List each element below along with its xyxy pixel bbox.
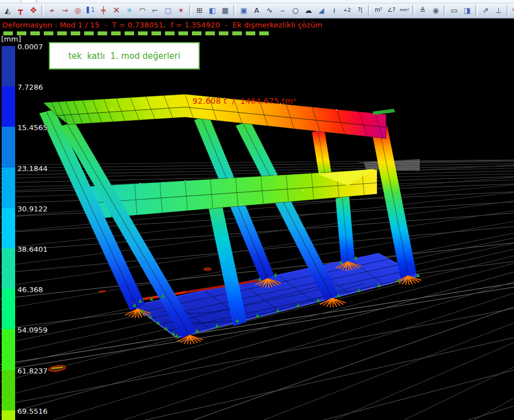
annotation-text: tek katlı 1. mod değerleri [68, 51, 180, 61]
magic-wand-icon[interactable]: ✶ [175, 4, 187, 16]
delete-icon[interactable]: × [110, 4, 123, 16]
toolbar-separator [444, 5, 446, 15]
circle-icon[interactable]: ○ [289, 4, 302, 16]
column-insert-icon[interactable]: ┳ [14, 4, 27, 16]
export-view-icon[interactable]: ⇗ [479, 4, 492, 16]
colorbar-segment [2, 127, 15, 167]
toolbar-separator [189, 5, 191, 15]
colorbar-segment [2, 248, 15, 289]
axes-icon[interactable]: ⊥ [492, 4, 505, 16]
toolbar-separator [475, 5, 478, 15]
toolbar-notch [21, 0, 36, 3]
colorbar-label: 54.0959 [17, 326, 48, 334]
trim-icon[interactable]: ≁ [45, 4, 58, 16]
toolbar-separator [507, 5, 509, 15]
region-icon[interactable]: ◎ [71, 4, 84, 16]
main-toolbar: ◭┳✥≁⊸◎▌1╪×✳◠⌐▢✶⊞◧▦▣A∿⌢○☁◢≀+2?|m²∠?mm²≜◉▭… [0, 0, 514, 19]
colorbar-segments [2, 46, 15, 420]
query-dim-icon[interactable]: ?| [354, 4, 366, 16]
app-window: ◭┳✥≁⊸◎▌1╪×✳◠⌐▢✶⊞◧▦▣A∿⌢○☁◢≀+2?|m²∠?mm²≜◉▭… [0, 0, 514, 420]
colorbar-label: 23.1844 [17, 164, 48, 173]
move-node-icon[interactable]: ✥ [27, 4, 40, 16]
toolbar-items: ◭┳✥≁⊸◎▌1╪×✳◠⌐▢✶⊞◧▦▣A∿⌢○☁◢≀+2?|m²∠?mm²≜◉▭… [1, 4, 514, 16]
solid-fill-icon[interactable]: ◢ [315, 4, 328, 16]
colorbar-segment [2, 370, 15, 410]
arc-icon[interactable]: ⌢ [276, 4, 289, 16]
angle-query-icon[interactable]: ∠? [385, 4, 398, 16]
colorbar-label: 15.4565 [17, 123, 48, 132]
colorbar-segment [2, 289, 15, 329]
colorbar-segment [2, 329, 15, 370]
area-mm2-icon[interactable]: mm² [398, 4, 411, 16]
colorbar-segment [2, 410, 15, 420]
colorbar-label: 0.0007 [17, 43, 43, 51]
colorbar-segment [2, 86, 15, 127]
fillet-icon[interactable]: ◠ [136, 4, 149, 16]
toolbar-top-strip [0, 0, 514, 3]
extend-icon[interactable]: ⊸ [58, 4, 71, 16]
colorbar-label: 69.5516 [17, 407, 48, 416]
level-icon[interactable]: ≜ [416, 4, 429, 16]
coil-icon[interactable]: ≀ [328, 4, 341, 16]
toolbar-separator [412, 5, 415, 15]
model-mass-label[interactable]: 92.608 t / 1464.675 tm² [192, 96, 296, 105]
toolbar-separator [42, 5, 44, 15]
offset-plus2-icon[interactable]: +2 [341, 4, 354, 16]
colorbar-label: 30.9122 [17, 205, 48, 213]
coord-xy-icon[interactable]: ⊨xy [511, 4, 514, 16]
chamfer-icon[interactable]: ⌐ [149, 4, 162, 16]
annotation-box[interactable]: tek katlı 1. mod değerleri [49, 42, 200, 70]
select-window-icon[interactable]: ▢ [162, 4, 175, 16]
array-icon[interactable]: ⊞ [193, 4, 206, 16]
panel-view-icon[interactable]: ◧ [206, 4, 219, 16]
visibility-icon[interactable]: ◉ [429, 4, 442, 16]
colorbar-label: 7.7286 [17, 83, 43, 91]
break-icon[interactable]: ╪ [97, 4, 110, 16]
colorbar-segment [2, 208, 15, 248]
colorbar-label: 46.368 [17, 285, 43, 294]
toolbar-separator [368, 5, 370, 15]
toolbar-separator [233, 5, 236, 15]
revcloud-icon[interactable]: ☁ [302, 4, 315, 16]
new-window-icon[interactable]: ▭ [448, 4, 461, 16]
mirror-icon[interactable]: ◭ [1, 4, 14, 16]
colorbar-label: 61.8237 [17, 367, 48, 375]
colorbar-segment [2, 46, 15, 86]
colorbar-label: 38.6401 [17, 245, 48, 253]
hatch-grid-icon[interactable]: ▦ [219, 4, 232, 16]
tile-window-icon[interactable]: ◨ [461, 4, 474, 16]
area-m2-icon[interactable]: m² [372, 4, 385, 16]
intersect-icon[interactable]: ✳ [123, 4, 136, 16]
spline-icon[interactable]: ∿ [263, 4, 276, 16]
colorbar-segment [2, 168, 15, 208]
image-icon[interactable]: ▣ [237, 4, 250, 16]
layer-list-icon[interactable]: ▌1 [84, 4, 97, 16]
text-icon[interactable]: A [250, 4, 263, 16]
